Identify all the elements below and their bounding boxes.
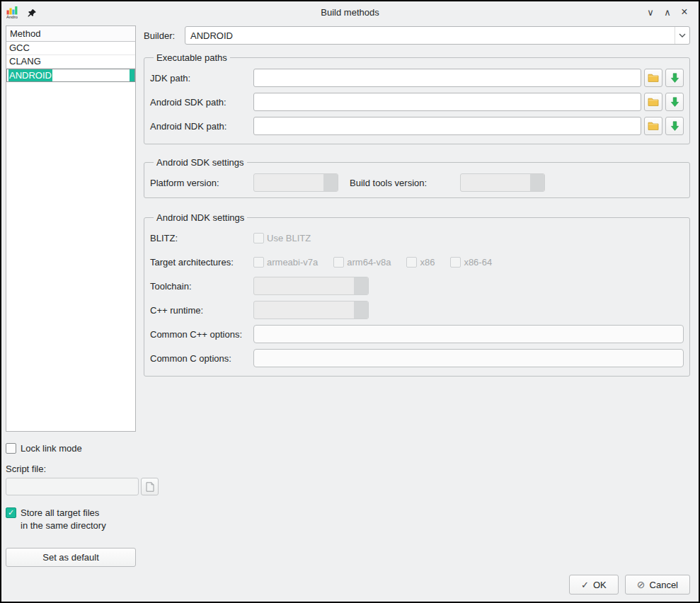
folder-icon xyxy=(648,121,659,131)
set-as-default-button[interactable]: Set as default xyxy=(6,548,136,567)
android-ndk-path-label: Android NDK path: xyxy=(150,121,253,132)
script-file-input xyxy=(6,478,139,495)
android-ndk-settings-group: Android NDK settings BLITZ: Use BLITZ Ta… xyxy=(144,212,690,377)
dialog-content: Method GCC CLANG ANDROID Lock link mode … xyxy=(1,23,699,602)
ok-check-icon: ✓ xyxy=(581,580,589,590)
arch-armeabi-v7a-label: armeabi-v7a xyxy=(267,257,318,268)
pin-icon[interactable] xyxy=(27,8,37,21)
android-sdk-path-browse-button[interactable] xyxy=(644,93,662,111)
jdk-path-browse-button[interactable] xyxy=(644,69,662,87)
cpp-runtime-label: C++ runtime: xyxy=(150,305,253,316)
method-item-gcc[interactable]: GCC xyxy=(6,42,135,55)
common-cpp-options-label: Common C++ options: xyxy=(150,329,253,340)
method-panel: Method GCC CLANG ANDROID Lock link mode … xyxy=(6,25,136,595)
method-item-clang[interactable]: CLANG xyxy=(6,55,135,69)
build-methods-dialog: Andro Build methods ∨ ∧ × Method GCC CLA… xyxy=(0,0,700,603)
common-c-options-label: Common C options: xyxy=(150,353,253,364)
android-ndk-path-input[interactable] xyxy=(253,117,641,135)
dialog-buttons: ✓ OK ⊘ Cancel xyxy=(144,569,690,595)
android-sdk-path-detect-button[interactable] xyxy=(665,93,684,111)
cancel-slash-icon: ⊘ xyxy=(637,579,646,590)
target-architectures-label: Target architectures: xyxy=(150,257,253,268)
shade-button[interactable]: ∨ xyxy=(642,4,659,20)
android-ndk-settings-title: Android NDK settings xyxy=(154,212,247,223)
store-target-files-label: Store all target files in the same direc… xyxy=(21,507,106,532)
arch-arm64-v8a-checkbox xyxy=(333,257,344,268)
dropdown-button xyxy=(354,302,368,318)
green-down-arrow-icon xyxy=(670,120,679,132)
jdk-path-input[interactable] xyxy=(253,69,641,87)
app-icon-glyph xyxy=(6,6,18,15)
android-sdk-path-input[interactable] xyxy=(253,93,641,111)
method-list-header[interactable]: Method xyxy=(6,26,135,42)
arch-x86-checkbox xyxy=(406,257,417,268)
android-sdk-settings-title: Android SDK settings xyxy=(154,157,247,168)
dropdown-button xyxy=(530,174,544,191)
cancel-button[interactable]: ⊘ Cancel xyxy=(625,575,690,595)
green-down-arrow-icon xyxy=(670,72,679,84)
folder-icon xyxy=(648,73,659,83)
method-list: Method GCC CLANG ANDROID xyxy=(6,25,136,432)
platform-version-label: Platform version: xyxy=(150,178,253,188)
platform-version-combobox xyxy=(253,173,338,192)
android-ndk-path-detect-button[interactable] xyxy=(665,117,684,135)
lock-link-mode-label: Lock link mode xyxy=(21,443,82,454)
close-button[interactable]: × xyxy=(676,4,693,20)
window-title: Build methods xyxy=(1,7,699,18)
build-tools-version-label: Build tools version: xyxy=(350,178,453,188)
jdk-path-detect-button[interactable] xyxy=(665,69,684,87)
arch-arm64-v8a-label: arm64-v8a xyxy=(347,257,391,268)
builder-label: Builder: xyxy=(144,30,185,41)
dropdown-button xyxy=(354,277,368,294)
executable-paths-group: Executable paths JDK path: xyxy=(144,52,690,144)
android-ndk-path-browse-button[interactable] xyxy=(644,117,662,135)
script-file-label: Script file: xyxy=(6,464,136,474)
builder-combobox[interactable]: ANDROID xyxy=(185,26,690,45)
store-target-files-checkbox[interactable]: ✓ xyxy=(6,507,16,518)
executable-paths-title: Executable paths xyxy=(154,52,230,63)
store-target-files-row[interactable]: ✓ Store all target files in the same dir… xyxy=(6,507,136,532)
green-down-arrow-icon xyxy=(670,96,679,108)
lock-link-mode-row[interactable]: Lock link mode xyxy=(6,443,136,454)
lock-link-mode-checkbox[interactable] xyxy=(6,443,16,454)
use-blitz-checkbox xyxy=(253,233,264,243)
dropdown-button xyxy=(323,174,338,191)
method-item-android-label: ANDROID xyxy=(8,69,52,81)
folder-icon xyxy=(648,97,659,107)
maximize-button[interactable]: ∧ xyxy=(659,4,676,20)
common-c-options-input[interactable] xyxy=(253,349,684,367)
common-cpp-options-input[interactable] xyxy=(253,325,684,343)
jdk-path-label: JDK path: xyxy=(150,73,253,84)
android-sdk-settings-group: Android SDK settings Platform version: B… xyxy=(144,157,690,198)
chevron-down-icon xyxy=(675,27,689,44)
android-sdk-path-label: Android SDK path: xyxy=(150,97,253,108)
cpp-runtime-combobox xyxy=(253,301,369,319)
arch-armeabi-v7a-checkbox xyxy=(253,257,264,268)
titlebar: Andro Build methods ∨ ∧ × xyxy=(1,1,699,23)
app-icon-label: Andro xyxy=(6,15,18,20)
builder-value: ANDROID xyxy=(190,30,233,41)
arch-x86-64-checkbox xyxy=(450,257,461,268)
edit-caret xyxy=(130,69,134,81)
app-icon[interactable]: Andro xyxy=(4,6,20,20)
arch-x86-label: x86 xyxy=(420,257,435,268)
use-blitz-label: Use BLITZ xyxy=(267,233,311,243)
toolchain-combobox xyxy=(253,277,369,295)
method-item-android[interactable]: ANDROID xyxy=(6,69,135,82)
ok-button[interactable]: ✓ OK xyxy=(569,575,619,595)
build-tools-version-combobox xyxy=(460,173,545,192)
settings-panel: Builder: ANDROID Executable paths JDK pa… xyxy=(144,25,690,595)
blitz-label: BLITZ: xyxy=(150,233,253,243)
toolchain-label: Toolchain: xyxy=(150,281,253,292)
arch-x86-64-label: x86-64 xyxy=(464,257,492,268)
